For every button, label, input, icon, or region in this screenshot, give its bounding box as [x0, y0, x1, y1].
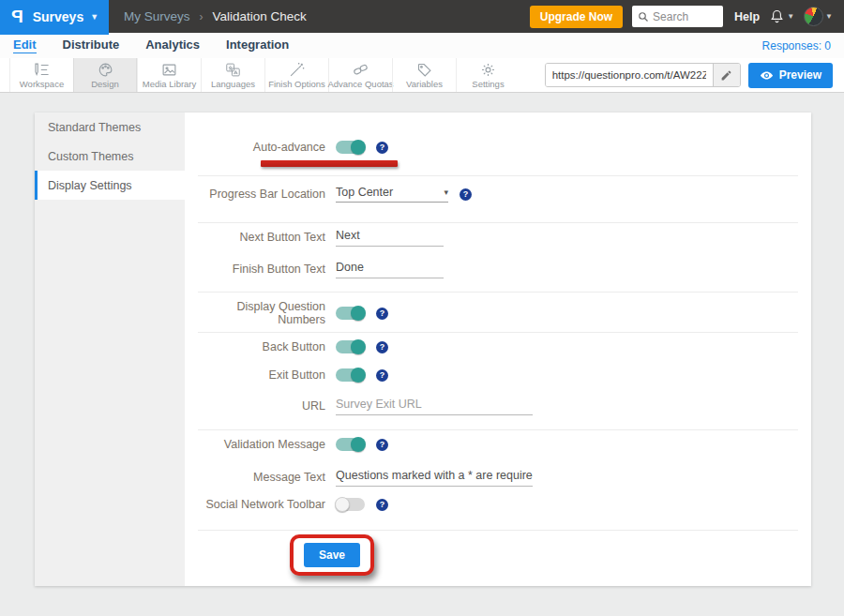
sidebar-item-standard-themes[interactable]: Standard Themes — [35, 113, 185, 142]
validation-message-toggle[interactable] — [336, 438, 365, 451]
chain-links-icon — [353, 62, 369, 78]
edit-toolbar: Workspace Design Media Library Languages… — [0, 58, 844, 93]
search-icon — [638, 11, 649, 23]
auto-advance-label: Auto-advance — [198, 141, 325, 154]
divider — [198, 222, 798, 223]
progress-bar-location-select[interactable]: Top Center ▾ — [336, 186, 448, 203]
exit-button-label: Exit Button — [198, 368, 325, 382]
pencil-icon — [720, 69, 732, 82]
magic-wand-icon — [289, 62, 305, 78]
toolbar-item-finish-options[interactable]: Finish Options — [264, 58, 328, 92]
display-question-numbers-toggle[interactable] — [336, 307, 365, 320]
finish-button-text-label: Finish Button Text — [198, 263, 325, 276]
toolbar-item-languages[interactable]: Languages — [201, 58, 264, 92]
toolbar-item-media-library[interactable]: Media Library — [137, 58, 201, 92]
toolbar-item-design[interactable]: Design — [73, 58, 137, 92]
tab-integration[interactable]: Integration — [226, 38, 289, 53]
breadcrumb-current: Validation Check — [213, 9, 307, 23]
next-button-text-input[interactable] — [336, 227, 444, 247]
help-link[interactable]: Help — [734, 10, 760, 23]
top-navbar: P Surveys ▼ My Surveys › Validation Chec… — [0, 0, 844, 33]
back-button-toggle[interactable] — [336, 340, 365, 353]
display-question-numbers-help-icon[interactable]: ? — [376, 308, 388, 320]
finish-button-text-input[interactable] — [336, 259, 444, 278]
eye-icon — [760, 68, 774, 83]
sidebar-item-custom-themes[interactable]: Custom Themes — [35, 142, 185, 171]
progress-bar-location-label: Progress Bar Location — [198, 188, 325, 201]
tab-analytics[interactable]: Analytics — [145, 38, 200, 53]
exit-url-input[interactable] — [336, 396, 533, 415]
exit-url-row: URL — [198, 396, 798, 415]
edit-url-button[interactable] — [713, 64, 740, 86]
survey-url-input[interactable] — [546, 64, 713, 86]
notifications-menu[interactable]: ▼ — [769, 8, 794, 24]
avatar — [804, 7, 823, 26]
responses-count[interactable]: Responses: 0 — [762, 39, 831, 53]
breadcrumb: My Surveys › Validation Check — [124, 9, 307, 23]
upgrade-now-button[interactable]: Upgrade Now — [530, 6, 623, 28]
exit-button-toggle[interactable] — [336, 368, 365, 382]
display-settings-panel: Standard Themes Custom Themes Display Se… — [35, 113, 811, 586]
product-menu-label: Surveys — [33, 9, 83, 24]
social-network-toolbar-row: Social Network Toolbar ? — [198, 498, 798, 511]
toggle-knob — [351, 140, 366, 155]
toggle-knob — [351, 339, 366, 354]
validation-message-help-icon[interactable]: ? — [376, 439, 388, 451]
toolbar-item-advance-quotas[interactable]: Advance Quotas — [328, 58, 392, 92]
social-network-toolbar-help-icon[interactable]: ? — [376, 499, 388, 511]
next-button-text-row: Next Button Text — [198, 227, 798, 247]
divider — [198, 332, 798, 333]
annotation-red-box: Save — [290, 534, 374, 576]
display-settings-form: Auto-advance ? Progress Bar Location Top… — [185, 113, 811, 586]
toggle-knob — [351, 437, 366, 452]
breadcrumb-separator: › — [200, 10, 203, 23]
back-button-row: Back Button ? — [198, 340, 798, 353]
progress-bar-location-row: Progress Bar Location Top Center ▾ ? — [198, 186, 798, 203]
selected-option: Top Center — [336, 186, 393, 199]
auto-advance-row: Auto-advance ? — [198, 141, 798, 154]
exit-button-help-icon[interactable]: ? — [376, 369, 388, 382]
display-question-numbers-label: Display Question Numbers — [198, 300, 325, 326]
image-icon — [161, 62, 177, 78]
sidebar-item-display-settings[interactable]: Display Settings — [35, 171, 185, 200]
next-button-text-label: Next Button Text — [198, 231, 325, 244]
validation-message-row: Validation Message ? — [198, 438, 798, 451]
survey-share-url-group — [545, 63, 741, 87]
workspace-icon — [34, 62, 50, 78]
social-network-toolbar-label: Social Network Toolbar — [198, 498, 325, 511]
message-text-label: Message Text — [198, 471, 325, 484]
tab-distribute[interactable]: Distribute — [63, 38, 120, 53]
bell-icon — [769, 8, 785, 24]
account-menu[interactable]: ▼ — [804, 7, 833, 26]
progress-bar-help-icon[interactable]: ? — [460, 188, 472, 201]
chevron-down-icon: ▼ — [787, 12, 794, 21]
chevron-down-icon: ▼ — [90, 12, 98, 22]
annotation-red-underline — [261, 160, 398, 167]
toolbar-item-variables[interactable]: Variables — [392, 58, 456, 92]
divider — [198, 292, 798, 293]
gear-icon — [480, 62, 496, 78]
palette-icon — [98, 62, 113, 78]
save-button[interactable]: Save — [304, 543, 360, 567]
message-text-row: Message Text — [198, 467, 798, 487]
toggle-knob — [351, 368, 366, 383]
back-button-label: Back Button — [198, 340, 325, 353]
search-box[interactable] — [632, 6, 723, 27]
back-button-help-icon[interactable]: ? — [376, 341, 388, 353]
auto-advance-toggle[interactable] — [336, 141, 365, 154]
toolbar-item-workspace[interactable]: Workspace — [9, 58, 73, 92]
auto-advance-help-icon[interactable]: ? — [376, 142, 388, 154]
brand-surveys-menu[interactable]: P Surveys ▼ — [0, 0, 109, 33]
tab-edit[interactable]: Edit — [13, 38, 37, 53]
preview-button[interactable]: Preview — [748, 63, 833, 88]
display-question-numbers-row: Display Question Numbers ? — [198, 300, 798, 326]
toggle-knob — [351, 306, 366, 321]
questionpro-logo-icon: P — [11, 7, 23, 27]
finish-button-text-row: Finish Button Text — [198, 259, 798, 278]
validation-message-label: Validation Message — [198, 438, 325, 451]
message-text-input[interactable] — [336, 467, 533, 487]
breadcrumb-my-surveys[interactable]: My Surveys — [124, 9, 190, 23]
toolbar-item-settings[interactable]: Settings — [456, 58, 520, 92]
social-network-toolbar-toggle[interactable] — [336, 498, 365, 511]
search-input[interactable] — [653, 10, 718, 23]
